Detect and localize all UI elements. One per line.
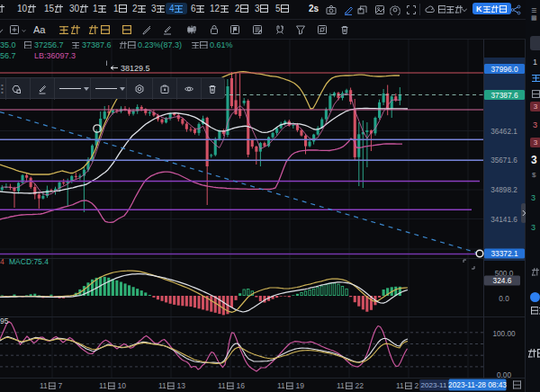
svg-text:36462.1: 36462.1: [490, 128, 518, 136]
svg-text:10: 10: [118, 381, 127, 390]
svg-text:2023-11-28 08:43: 2023-11-28 08:43: [448, 380, 507, 389]
svg-text:0.00: 0.00: [497, 371, 511, 379]
svg-text:7: 7: [58, 381, 63, 390]
svg-text:11: 11: [158, 381, 166, 390]
svg-text:37387.6: 37387.6: [491, 91, 518, 100]
svg-text:MACD:75.4: MACD:75.4: [9, 257, 49, 266]
svg-text:0.0: 0.0: [499, 295, 509, 303]
svg-text:33372.1: 33372.1: [491, 249, 518, 258]
svg-text:11: 11: [396, 381, 404, 390]
svg-text:34141.6: 34141.6: [490, 216, 518, 224]
svg-text:37996.0: 37996.0: [491, 65, 518, 74]
svg-text:4: 4: [0, 257, 4, 266]
svg-text:22: 22: [356, 381, 364, 390]
svg-text:11: 11: [277, 381, 285, 390]
svg-text:100.00: 100.00: [492, 330, 515, 338]
svg-text:324.6: 324.6: [493, 276, 512, 285]
svg-text:11: 11: [99, 381, 107, 390]
svg-text:34898.2: 34898.2: [490, 186, 518, 194]
svg-text:2: 2: [415, 381, 419, 390]
svg-text:2023-11: 2023-11: [421, 381, 447, 389]
svg-text:35671.6: 35671.6: [490, 156, 518, 165]
svg-text:16: 16: [237, 381, 246, 390]
svg-text:13: 13: [177, 381, 186, 390]
svg-text:11: 11: [218, 381, 226, 390]
svg-text:19: 19: [296, 381, 305, 390]
svg-text:38129.5: 38129.5: [121, 64, 150, 73]
svg-text:11: 11: [337, 381, 345, 390]
svg-text:11: 11: [40, 381, 48, 390]
svg-text:95: 95: [0, 316, 9, 325]
